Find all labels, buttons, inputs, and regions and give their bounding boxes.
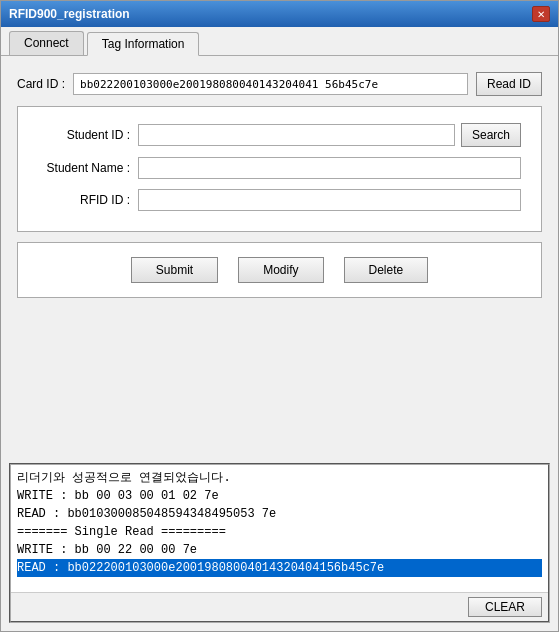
student-name-input[interactable] [138,157,521,179]
log-line: 리더기와 성공적으로 연결되었습니다. [17,469,542,487]
log-content[interactable]: 리더기와 성공적으로 연결되었습니다.WRITE : bb 00 03 00 0… [11,465,548,592]
log-section: 리더기와 성공적으로 연결되었습니다.WRITE : bb 00 03 00 0… [9,463,550,623]
delete-button[interactable]: Delete [344,257,429,283]
main-window: RFID900_registration ✕ Connect Tag Infor… [0,0,559,632]
close-button[interactable]: ✕ [532,6,550,22]
log-line: READ : bb010300085048594348495053 7e [17,505,542,523]
tab-tag-information[interactable]: Tag Information [87,32,200,56]
rfid-id-label: RFID ID : [38,193,138,207]
student-id-input[interactable] [138,124,455,146]
card-id-label: Card ID : [17,77,65,91]
submit-button[interactable]: Submit [131,257,218,283]
rfid-id-input[interactable] [138,189,521,211]
window-title: RFID900_registration [9,7,130,21]
title-bar-buttons: ✕ [532,6,550,22]
log-line: ======= Single Read ========= [17,523,542,541]
student-id-input-wrap: Search [138,123,521,147]
student-name-row: Student Name : [38,157,521,179]
bottom-area: 리더기와 성공적으로 연결되었습니다.WRITE : bb 00 03 00 0… [1,463,558,631]
rfid-id-input-wrap [138,189,521,211]
search-button[interactable]: Search [461,123,521,147]
student-name-label: Student Name : [38,161,138,175]
log-line: WRITE : bb 00 03 00 01 02 7e [17,487,542,505]
log-line: WRITE : bb 00 22 00 00 7e [17,541,542,559]
card-id-row: Card ID : Read ID [17,72,542,96]
student-id-row: Student ID : Search [38,123,521,147]
action-section: Submit Modify Delete [17,242,542,298]
tab-bar: Connect Tag Information [1,27,558,56]
modify-button[interactable]: Modify [238,257,323,283]
read-id-button[interactable]: Read ID [476,72,542,96]
log-line: READ : bb022200103000e200198080040143204… [17,559,542,577]
title-bar: RFID900_registration ✕ [1,1,558,27]
student-name-input-wrap [138,157,521,179]
student-id-label: Student ID : [38,128,138,142]
tab-connect[interactable]: Connect [9,31,84,55]
log-footer: CLEAR [11,592,548,621]
rfid-id-row: RFID ID : [38,189,521,211]
card-id-input[interactable] [73,73,468,95]
clear-button[interactable]: CLEAR [468,597,542,617]
form-section: Student ID : Search Student Name : RFID … [17,106,542,232]
main-content: Card ID : Read ID Student ID : Search St… [1,56,558,463]
